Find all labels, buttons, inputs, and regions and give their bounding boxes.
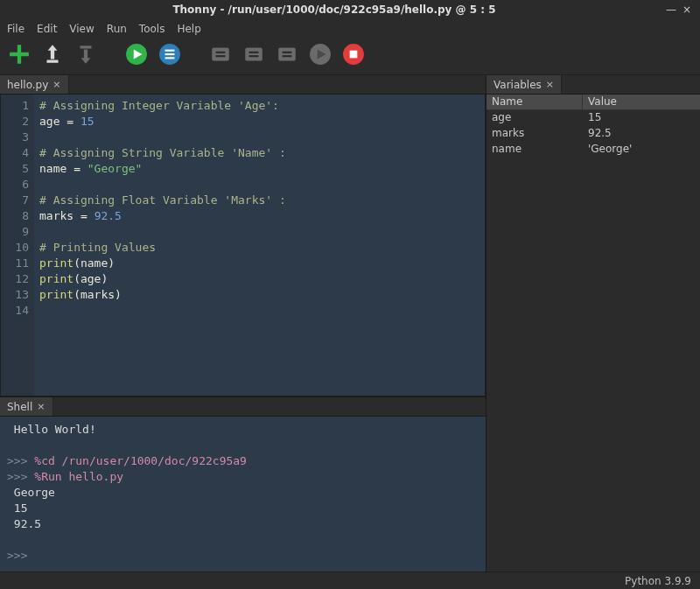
editor-tab-hello[interactable]: hello.py ×	[0, 75, 69, 94]
menu-file[interactable]: File	[7, 23, 24, 35]
code-line[interactable]: print(age)	[39, 271, 286, 287]
shell-tab[interactable]: Shell ×	[0, 397, 53, 416]
code-line[interactable]: name = "George"	[39, 161, 286, 177]
variables-row[interactable]: marks92.5	[486, 126, 700, 142]
svg-rect-13	[278, 47, 296, 60]
window-close-button[interactable]: ×	[679, 4, 695, 16]
python-version[interactable]: Python 3.9.9	[625, 575, 691, 587]
variables-tab-label: Variables	[494, 79, 542, 91]
svg-rect-1	[80, 46, 92, 48]
open-file-button[interactable]	[40, 42, 65, 67]
line-number: 4	[1, 145, 29, 161]
code-line[interactable]: print(name)	[39, 256, 286, 271]
variable-name: age	[486, 110, 583, 126]
shell-line: 92.5	[7, 516, 479, 532]
variables-row[interactable]: age15	[486, 110, 700, 126]
variable-value: 'George'	[583, 142, 637, 158]
debug-button[interactable]	[158, 42, 182, 67]
variables-col-name[interactable]: Name	[486, 95, 583, 109]
editor-tabbar: hello.py ×	[0, 75, 486, 95]
step-over-icon	[209, 43, 232, 66]
svg-rect-0	[47, 60, 59, 62]
variables-header: Name Value	[486, 95, 700, 110]
status-bar: Python 3.9.9	[0, 571, 700, 589]
stop-button[interactable]	[341, 42, 366, 67]
menu-tools[interactable]: Tools	[139, 23, 165, 35]
shell-tab-label: Shell	[7, 401, 32, 413]
code-line[interactable]: # Assigning Integer Variable 'Age':	[39, 98, 286, 114]
variables-body[interactable]: age15marks92.5name'George'	[486, 110, 700, 571]
line-number: 3	[1, 130, 29, 145]
line-number: 5	[1, 161, 29, 177]
step-out-icon	[276, 43, 298, 66]
variable-name: name	[486, 142, 583, 158]
debug-icon	[158, 43, 181, 66]
code-line[interactable]: age = 15	[39, 114, 286, 130]
svg-rect-7	[212, 47, 229, 60]
shell-line: >>>	[7, 548, 479, 564]
plus-icon	[8, 43, 31, 66]
run-button[interactable]	[124, 42, 149, 67]
variables-tabbar: Variables ×	[486, 75, 700, 95]
variable-value: 92.5	[583, 126, 617, 142]
svg-rect-18	[350, 50, 358, 58]
step-out-button[interactable]	[275, 42, 299, 67]
variable-value: 15	[583, 110, 606, 126]
line-number: 2	[1, 114, 29, 130]
variable-name: marks	[486, 126, 583, 142]
menu-run[interactable]: Run	[107, 23, 127, 35]
menu-help[interactable]: Help	[177, 23, 200, 35]
menu-edit[interactable]: Edit	[37, 23, 57, 35]
shell-line: George	[7, 485, 479, 501]
line-number: 11	[1, 256, 29, 271]
svg-rect-10	[245, 47, 262, 60]
step-over-button[interactable]	[208, 42, 233, 67]
code-line[interactable]: marks = 92.5	[39, 208, 286, 224]
line-number: 8	[1, 208, 29, 224]
new-file-button[interactable]	[7, 42, 32, 67]
menu-view[interactable]: View	[69, 23, 94, 35]
step-into-icon	[242, 43, 265, 66]
line-number: 14	[1, 303, 29, 319]
editor-tab-label: hello.py	[7, 79, 48, 91]
line-number: 1	[1, 98, 29, 114]
code-line[interactable]: # Assigning String Variable 'Name' :	[39, 145, 286, 161]
shell-line: Hello World!	[7, 422, 479, 438]
shell-line: >>> %cd /run/user/1000/doc/922c95a9	[7, 453, 479, 469]
line-number: 13	[1, 287, 29, 303]
code-area[interactable]: # Assigning Integer Variable 'Age':age =…	[34, 95, 291, 396]
line-number: 10	[1, 240, 29, 256]
code-line[interactable]: # Assigning Float Variable 'Marks' :	[39, 193, 286, 208]
window-minimize-button[interactable]: —	[663, 4, 679, 16]
shell-line: >>> %Run hello.py	[7, 469, 479, 485]
window-title: Thonny - /run/user/1000/doc/922c95a9/hel…	[5, 4, 663, 16]
resume-button[interactable]	[308, 42, 332, 67]
save-file-button[interactable]	[74, 42, 98, 67]
variables-col-value[interactable]: Value	[583, 95, 622, 109]
step-into-button[interactable]	[242, 42, 266, 67]
variables-row[interactable]: name'George'	[486, 142, 700, 158]
title-bar: Thonny - /run/user/1000/doc/922c95a9/hel…	[0, 0, 700, 19]
shell-line	[7, 438, 479, 453]
code-line[interactable]	[39, 130, 286, 145]
code-line[interactable]	[39, 303, 286, 319]
open-icon	[41, 43, 64, 66]
close-tab-icon[interactable]: ×	[52, 79, 60, 90]
shell-output[interactable]: Hello World! >>> %cd /run/user/1000/doc/…	[0, 417, 486, 571]
line-number: 6	[1, 177, 29, 193]
code-line[interactable]	[39, 224, 286, 240]
line-number: 12	[1, 271, 29, 287]
code-line[interactable]	[39, 177, 286, 193]
menu-bar: File Edit View Run Tools Help	[0, 19, 700, 39]
line-number: 9	[1, 224, 29, 240]
code-editor[interactable]: 1234567891011121314 # Assigning Integer …	[0, 95, 486, 396]
stop-icon	[342, 43, 365, 66]
shell-tabbar: Shell ×	[0, 397, 486, 417]
code-line[interactable]: print(marks)	[39, 287, 286, 303]
close-shell-icon[interactable]: ×	[37, 401, 45, 412]
play-icon	[125, 43, 148, 66]
variables-tab[interactable]: Variables ×	[486, 75, 562, 94]
close-variables-icon[interactable]: ×	[546, 79, 554, 90]
shell-line	[7, 532, 479, 548]
code-line[interactable]: # Printing Values	[39, 240, 286, 256]
